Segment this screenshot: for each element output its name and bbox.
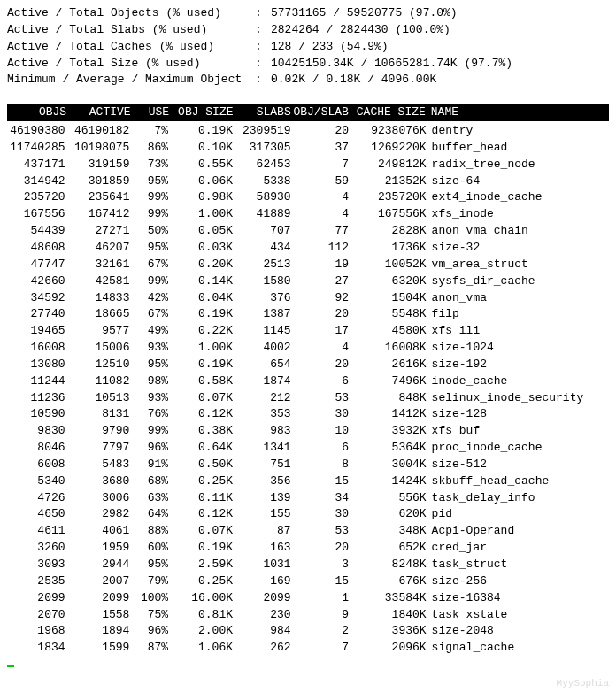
cell-name: size-128 bbox=[427, 406, 609, 423]
table-row: 4726300663%0.11K13934556Ktask_delay_info bbox=[7, 490, 609, 507]
cell-cachesize: 167556K bbox=[349, 206, 426, 223]
cell-active: 2982 bbox=[65, 506, 130, 523]
cell-objsize: 2.59K bbox=[168, 557, 233, 573]
cell-active: 3006 bbox=[65, 490, 130, 507]
cell-slabs: 155 bbox=[233, 506, 291, 523]
cell-use: 67% bbox=[129, 306, 168, 323]
cell-objsize: 0.19K bbox=[168, 357, 233, 373]
cell-slabs: 230 bbox=[233, 607, 291, 624]
cell-cachesize: 848K bbox=[349, 390, 426, 407]
cell-objslab: 20 bbox=[291, 123, 350, 140]
table-row: 3093294495%2.59K103138248Ktask_struct bbox=[7, 557, 609, 573]
cell-slabs: 1341 bbox=[233, 440, 291, 457]
cell-active: 10198075 bbox=[65, 140, 130, 157]
cell-objsize: 0.04K bbox=[168, 290, 233, 307]
cell-active: 12510 bbox=[65, 357, 130, 373]
cell-objsize: 0.81K bbox=[168, 607, 233, 624]
table-row: 3260195960%0.19K16320652Kcred_jar bbox=[7, 540, 609, 557]
cell-objs: 4611 bbox=[7, 523, 65, 540]
table-row: 8046779796%0.64K134165364Kproc_inode_cac… bbox=[7, 440, 609, 457]
summary-colon: : bbox=[255, 56, 271, 73]
cell-cachesize: 4580K bbox=[349, 323, 426, 340]
cell-slabs: 41889 bbox=[233, 206, 291, 223]
cell-name: Acpi-Operand bbox=[427, 523, 609, 540]
cell-slabs: 356 bbox=[233, 473, 291, 490]
cell-use: 95% bbox=[129, 357, 168, 373]
cell-name: task_struct bbox=[427, 557, 609, 573]
cell-objslab: 4 bbox=[291, 340, 350, 357]
cell-active: 18665 bbox=[65, 306, 130, 323]
cell-objslab: 53 bbox=[291, 523, 350, 540]
table-body: 46190380461901827%0.19K2309519209238076K… bbox=[7, 123, 609, 657]
cell-use: 60% bbox=[129, 540, 168, 557]
cell-use: 64% bbox=[129, 506, 168, 523]
cell-slabs: 212 bbox=[233, 390, 291, 407]
cell-active: 1599 bbox=[65, 640, 130, 657]
summary-label: Active / Total Caches (% used) bbox=[7, 39, 255, 56]
table-row: 112361051393%0.07K21253848Kselinux_inode… bbox=[7, 390, 609, 407]
cell-objslab: 30 bbox=[291, 506, 350, 523]
cell-use: 50% bbox=[129, 223, 168, 240]
cell-slabs: 62453 bbox=[233, 157, 291, 173]
cell-name: radix_tree_node bbox=[427, 157, 609, 173]
cell-use: 95% bbox=[129, 557, 168, 573]
summary-line: Active / Total Size (% used): 10425150.3… bbox=[7, 56, 609, 73]
cell-cachesize: 348K bbox=[349, 523, 426, 540]
cell-name: size-64 bbox=[427, 173, 609, 190]
cell-slabs: 2513 bbox=[233, 257, 291, 273]
cell-name: xfs_buf bbox=[427, 423, 609, 440]
table-row: 20992099100%16.00K2099133584Ksize-16384 bbox=[7, 590, 609, 607]
cell-slabs: 1580 bbox=[233, 273, 291, 290]
cell-objs: 46190380 bbox=[7, 123, 65, 140]
cell-slabs: 2099 bbox=[233, 590, 291, 607]
cell-active: 1959 bbox=[65, 540, 130, 557]
cell-objs: 54439 bbox=[7, 223, 65, 240]
cell-active: 46190182 bbox=[65, 123, 130, 140]
cell-objsize: 0.03K bbox=[168, 240, 233, 257]
cell-active: 4061 bbox=[65, 523, 130, 540]
cell-objsize: 0.20K bbox=[168, 257, 233, 273]
cell-active: 2007 bbox=[65, 573, 130, 590]
cell-active: 1558 bbox=[65, 607, 130, 624]
summary-colon: : bbox=[255, 22, 271, 39]
summary-line: Active / Total Objects (% used): 5773116… bbox=[7, 5, 609, 22]
cell-objsize: 0.50K bbox=[168, 457, 233, 473]
cell-active: 301859 bbox=[65, 173, 130, 190]
cell-cachesize: 249812K bbox=[349, 157, 426, 173]
cell-objs: 2535 bbox=[7, 573, 65, 590]
cell-objs: 9830 bbox=[7, 423, 65, 440]
cell-active: 11082 bbox=[65, 373, 130, 390]
table-row: 4650298264%0.12K15530620Kpid bbox=[7, 506, 609, 523]
cell-name: signal_cache bbox=[427, 640, 609, 657]
cell-cachesize: 8248K bbox=[349, 557, 426, 573]
cell-objs: 16008 bbox=[7, 340, 65, 357]
cell-active: 319159 bbox=[65, 157, 130, 173]
cell-use: 93% bbox=[129, 340, 168, 357]
cell-name: pid bbox=[427, 506, 609, 523]
table-row: 46190380461901827%0.19K2309519209238076K… bbox=[7, 123, 609, 140]
cell-slabs: 1874 bbox=[233, 373, 291, 390]
summary-colon: : bbox=[255, 39, 271, 56]
cell-objsize: 1.00K bbox=[168, 206, 233, 223]
cell-objsize: 0.07K bbox=[168, 390, 233, 407]
cell-use: 67% bbox=[129, 257, 168, 273]
cell-objslab: 2 bbox=[291, 623, 350, 640]
summary-label: Minimum / Average / Maximum Object bbox=[7, 72, 255, 88]
cell-name: filp bbox=[427, 306, 609, 323]
cell-name: buffer_head bbox=[427, 140, 609, 157]
cell-slabs: 434 bbox=[233, 240, 291, 257]
col-name: NAME bbox=[426, 104, 607, 121]
cell-objsize: 0.12K bbox=[168, 506, 233, 523]
cell-name: size-192 bbox=[427, 357, 609, 373]
cell-objslab: 20 bbox=[291, 540, 350, 557]
table-row: 130801251095%0.19K654202616Ksize-192 bbox=[7, 357, 609, 373]
cell-cachesize: 556K bbox=[349, 490, 426, 507]
table-row: 2070155875%0.81K23091840Ktask_xstate bbox=[7, 607, 609, 624]
table-row: 160081500693%1.00K4002416008Ksize-1024 bbox=[7, 340, 609, 357]
cell-cachesize: 2828K bbox=[349, 223, 426, 240]
table-row: 544392727150%0.05K707772828Kanon_vma_cha… bbox=[7, 223, 609, 240]
summary-label: Active / Total Size (% used) bbox=[7, 56, 255, 73]
table-row: 23572023564199%0.98K589304235720Kext4_in… bbox=[7, 189, 609, 206]
cell-objslab: 10 bbox=[291, 423, 350, 440]
cell-objslab: 17 bbox=[291, 323, 350, 340]
